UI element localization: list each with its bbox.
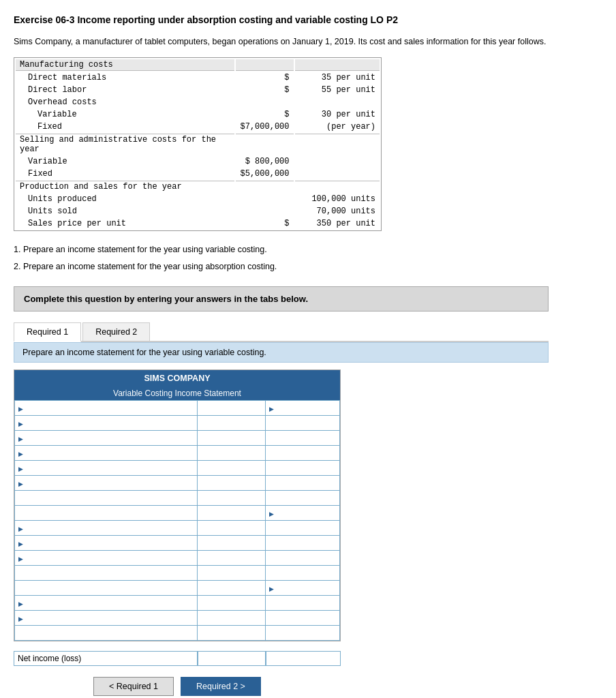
row3-mid[interactable]: [198, 431, 265, 446]
row7-label[interactable]: [15, 491, 198, 506]
company-name: SIMS COMPANY: [14, 370, 340, 386]
next-button[interactable]: Required 2 >: [181, 677, 261, 696]
row11-mid[interactable]: [198, 551, 265, 566]
row7-right[interactable]: [265, 491, 339, 506]
table-row: [15, 416, 340, 431]
variable-overhead-value: 30 per unit: [295, 109, 380, 120]
table-row: [15, 476, 340, 491]
table-row: [15, 536, 340, 551]
row2-mid[interactable]: [198, 416, 265, 431]
row7-mid[interactable]: [198, 491, 265, 506]
row10-right[interactable]: [265, 536, 339, 551]
row2-right[interactable]: [265, 416, 339, 431]
direct-materials-dollar: $: [236, 72, 293, 83]
fixed-overhead-label: Fixed: [16, 121, 234, 132]
table-row: [15, 521, 340, 536]
row9-label[interactable]: [15, 521, 198, 536]
row9-right[interactable]: [265, 521, 339, 536]
net-income-input[interactable]: [266, 651, 341, 666]
row8-mid[interactable]: [198, 506, 265, 521]
row14-right[interactable]: [265, 596, 339, 611]
intro-text: Sims Company, a manufacturer of tablet c…: [14, 35, 602, 48]
units-sold-label: Units sold: [16, 206, 234, 217]
tabs-row: Required 1 Required 2: [14, 321, 549, 342]
statement-table: [14, 400, 340, 641]
row1-mid[interactable]: [198, 401, 265, 416]
nav-buttons: < Required 1 Required 2 >: [14, 677, 341, 696]
row4-label[interactable]: [15, 446, 198, 461]
tab-required2[interactable]: Required 2: [82, 322, 150, 341]
table-row: [15, 596, 340, 611]
variable-overhead-dollar: $: [236, 109, 293, 120]
direct-materials-label: Direct materials: [16, 72, 234, 83]
row14-mid[interactable]: [198, 596, 265, 611]
row16-mid[interactable]: [198, 626, 265, 641]
row6-mid[interactable]: [198, 476, 265, 491]
units-produced-label: Units produced: [16, 194, 234, 204]
row12-right[interactable]: [265, 566, 339, 581]
row1-right[interactable]: [265, 401, 339, 416]
row13-label[interactable]: [15, 581, 198, 596]
table-row: [15, 581, 340, 596]
row6-label[interactable]: [15, 476, 198, 491]
row4-right[interactable]: [265, 446, 339, 461]
row8-right[interactable]: [265, 506, 339, 521]
row15-mid[interactable]: [198, 611, 265, 626]
row5-mid[interactable]: [198, 461, 265, 476]
row10-label[interactable]: [15, 536, 198, 551]
row5-right[interactable]: [265, 461, 339, 476]
table-row: [15, 431, 340, 446]
instruction-2: 2. Prepare an income statement for the y…: [14, 259, 602, 275]
row1-label[interactable]: [15, 401, 198, 416]
row12-label[interactable]: [15, 566, 198, 581]
row4-mid[interactable]: [198, 446, 265, 461]
fixed-overhead-dollar: $7,000,000: [236, 121, 293, 132]
fixed-overhead-value: (per year): [295, 121, 380, 132]
row14-label[interactable]: [15, 596, 198, 611]
row15-right[interactable]: [265, 611, 339, 626]
direct-materials-value: 35 per unit: [295, 72, 380, 83]
row6-right[interactable]: [265, 476, 339, 491]
instructions: 1. Prepare an income statement for the y…: [14, 242, 602, 274]
table-row: [15, 491, 340, 506]
cost-data-table: Manufacturing costs Direct materials $ 3…: [14, 57, 382, 231]
back-button[interactable]: < Required 1: [93, 677, 174, 696]
row3-right[interactable]: [265, 431, 339, 446]
sales-price-value: 350 per unit: [295, 218, 380, 229]
row5-label[interactable]: [15, 461, 198, 476]
instruction-1: 1. Prepare an income statement for the y…: [14, 242, 602, 258]
table-row: [15, 461, 340, 476]
table-row: [15, 566, 340, 581]
row8-label[interactable]: [15, 506, 198, 521]
net-income-row: Net income (loss): [14, 651, 341, 666]
income-statement-container: SIMS COMPANY Variable Costing Income Sta…: [14, 369, 341, 641]
row3-label[interactable]: [15, 431, 198, 446]
units-sold-value: 70,000 units: [295, 206, 380, 217]
row2-label[interactable]: [15, 416, 198, 431]
row12-mid[interactable]: [198, 566, 265, 581]
row16-right[interactable]: [265, 626, 339, 641]
table-header: Manufacturing costs: [16, 59, 234, 71]
sales-price-dollar: $: [236, 218, 293, 229]
statement-title: Variable Costing Income Statement: [14, 386, 340, 400]
row9-mid[interactable]: [198, 521, 265, 536]
tab-required1[interactable]: Required 1: [14, 322, 81, 342]
net-income-label: Net income (loss): [14, 651, 198, 666]
row10-mid[interactable]: [198, 536, 265, 551]
page-title: Exercise 06-3 Income reporting under abs…: [14, 14, 602, 27]
row11-right[interactable]: [265, 551, 339, 566]
row11-label[interactable]: [15, 551, 198, 566]
units-produced-value: 100,000 units: [295, 194, 380, 204]
row16-label[interactable]: [15, 626, 198, 641]
variable-selling-dollar: $ 800,000: [236, 156, 293, 167]
table-row: [15, 446, 340, 461]
instruction-bar: Prepare an income statement for the year…: [14, 342, 549, 363]
row13-right[interactable]: [265, 581, 339, 596]
fixed-selling-label: Fixed: [16, 168, 234, 179]
net-income-mid[interactable]: [198, 651, 266, 666]
table-row: [15, 551, 340, 566]
table-row: [15, 626, 340, 641]
table-row: [15, 506, 340, 521]
row13-mid[interactable]: [198, 581, 265, 596]
row15-label[interactable]: [15, 611, 198, 626]
